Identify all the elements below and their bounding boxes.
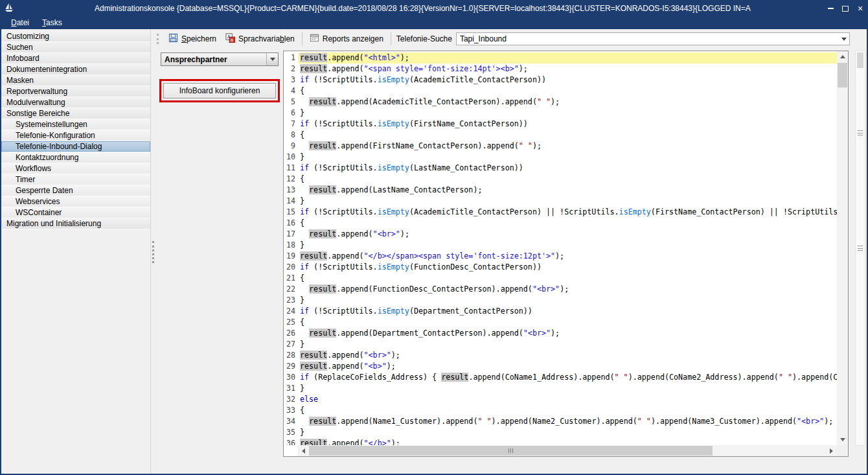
line-number: 36 bbox=[284, 438, 298, 445]
sidebar-item-systemeinstellungen[interactable]: Systemeinstellungen bbox=[1, 119, 150, 130]
sidebar: CustomizingSuchenInfoboardDokumenteninte… bbox=[1, 29, 151, 474]
sidebar-item-kontaktzuordnung[interactable]: Kontaktzuordnung bbox=[1, 152, 150, 163]
code-line-11[interactable]: if (!ScriptUtils.isEmpty(LastName_Contac… bbox=[298, 163, 837, 174]
code-line-33[interactable]: { bbox=[298, 405, 837, 416]
toolbar-separator bbox=[302, 32, 303, 45]
code-line-13[interactable]: result.append(LastName_ContactPerson); bbox=[298, 185, 837, 196]
code-line-7[interactable]: if (!ScriptUtils.isEmpty(FirstName_Conta… bbox=[298, 119, 837, 130]
vertical-scroll-thumb[interactable] bbox=[838, 63, 847, 87]
sidebar-item-timer[interactable]: Timer bbox=[1, 174, 150, 185]
code-line-23[interactable]: } bbox=[298, 295, 837, 306]
horizontal-scroll-thumb[interactable] bbox=[309, 446, 713, 456]
sidebar-item-webservices[interactable]: Webservices bbox=[1, 196, 150, 207]
code-line-31[interactable]: } bbox=[298, 383, 837, 394]
language-variables-button[interactable]: A a Sprachvariablen bbox=[221, 32, 299, 46]
code-line-17[interactable]: result.append("<br>"); bbox=[298, 229, 837, 240]
sidebar-item-telefonie-konfiguration[interactable]: Telefonie-Konfiguration bbox=[1, 130, 150, 141]
outer-scroll-thumb[interactable] bbox=[857, 52, 863, 68]
sidebar-item-telefonie-inbound-dialog[interactable]: Telefonie-Inbound-Dialog bbox=[1, 141, 150, 152]
code-line-6[interactable]: } bbox=[298, 108, 837, 119]
sidebar-item-migration-und-initialisierung[interactable]: Migration und Initialisierung bbox=[1, 218, 150, 229]
code-line-29[interactable]: result.append("<b>"); bbox=[298, 361, 837, 372]
sidebar-item-masken[interactable]: Masken bbox=[1, 75, 150, 86]
splitter-grip-icon[interactable] bbox=[858, 130, 863, 135]
code-line-2[interactable]: result.append("<span style='font-size:14… bbox=[298, 64, 837, 75]
code-line-25[interactable]: { bbox=[298, 317, 837, 328]
code-line-28[interactable]: result.append("<br>"); bbox=[298, 350, 837, 361]
code-line-22[interactable]: result.append(FunctionDesc_ContactPerson… bbox=[298, 284, 837, 295]
combobox-dropdown-button[interactable] bbox=[838, 33, 849, 45]
code-line-32[interactable]: else bbox=[298, 394, 837, 405]
contact-type-dropdown[interactable]: Ansprechpartner bbox=[161, 52, 279, 66]
code-line-18[interactable]: } bbox=[298, 240, 837, 251]
sidebar-item-sonstige-bereiche[interactable]: Sonstige Bereiche bbox=[1, 108, 150, 119]
sidebar-item-infoboard[interactable]: Infoboard bbox=[1, 53, 150, 64]
close-button[interactable]: × bbox=[856, 4, 865, 13]
line-number: 17 bbox=[284, 229, 298, 240]
line-number: 29 bbox=[284, 361, 298, 372]
sidebar-item-customizing[interactable]: Customizing bbox=[1, 31, 150, 42]
code-line-24[interactable]: if (!ScriptUtils.isEmpty(Department_Cont… bbox=[298, 306, 837, 317]
code-line-4[interactable]: { bbox=[298, 86, 837, 97]
line-number: 4 bbox=[284, 86, 298, 97]
line-number: 33 bbox=[284, 405, 298, 416]
code-line-1[interactable]: result.append("<html>"); bbox=[298, 52, 837, 64]
sidebar-item-reportverwaltung[interactable]: Reportverwaltung bbox=[1, 86, 150, 97]
outer-vertical-scrollbar[interactable] bbox=[855, 51, 865, 446]
sidebar-item-wscontainer[interactable]: WSContainer bbox=[1, 207, 150, 218]
sidebar-item-workflows[interactable]: Workflows bbox=[1, 163, 150, 174]
menu-item-datei[interactable]: Datei bbox=[5, 17, 35, 29]
code-line-16[interactable]: { bbox=[298, 218, 837, 229]
infoboard-configure-button[interactable]: InfoBoard konfigurieren bbox=[163, 83, 276, 98]
line-number: 8 bbox=[284, 130, 298, 141]
svg-text:a: a bbox=[231, 38, 233, 42]
contact-dropdown-button[interactable] bbox=[266, 53, 278, 65]
telefonie-search-combobox[interactable]: Tapi_Inbound bbox=[456, 32, 850, 45]
editor-horizontal-scrollbar[interactable] bbox=[298, 445, 837, 456]
menu-item-tasks[interactable]: Tasks bbox=[36, 17, 68, 29]
code-line-10[interactable]: } bbox=[298, 152, 837, 163]
code-line-35[interactable]: } bbox=[298, 427, 837, 438]
scroll-up-button[interactable] bbox=[837, 51, 848, 62]
code-line-3[interactable]: if (!ScriptUtils.isEmpty(AcademicTitle_C… bbox=[298, 75, 837, 86]
editor-vertical-scrollbar[interactable] bbox=[837, 51, 848, 445]
line-number: 27 bbox=[284, 339, 298, 350]
scroll-down-button[interactable] bbox=[837, 434, 848, 445]
code-line-5[interactable]: result.append(AcademicTitle_ContactPerso… bbox=[298, 97, 837, 108]
line-number: 5 bbox=[284, 97, 298, 108]
code-area[interactable]: result.append("<html>");result.append("<… bbox=[298, 51, 837, 445]
code-line-34[interactable]: result.append(Name1_Customer).append(" "… bbox=[298, 416, 837, 427]
sidebar-item-suchen[interactable]: Suchen bbox=[1, 42, 150, 53]
code-line-26[interactable]: result.append(Department_ContactPerson).… bbox=[298, 328, 837, 339]
code-line-36[interactable]: result.append("</b>"); bbox=[298, 438, 837, 445]
line-number: 35 bbox=[284, 427, 298, 438]
toolbar-grip[interactable] bbox=[157, 34, 159, 44]
scroll-right-button[interactable] bbox=[826, 445, 837, 456]
code-line-19[interactable]: result.append("</b></span><span style='f… bbox=[298, 251, 837, 262]
minimize-button[interactable] bbox=[826, 4, 835, 13]
line-number: 18 bbox=[284, 240, 298, 251]
maximize-button[interactable] bbox=[841, 4, 850, 13]
code-line-30[interactable]: if (ReplaceCoFields_Address) { result.ap… bbox=[298, 372, 837, 383]
code-line-8[interactable]: { bbox=[298, 130, 837, 141]
sidebar-item-modulverwaltung[interactable]: Modulverwaltung bbox=[1, 97, 150, 108]
titlebar: Administrationskonsole {Database=MSSQL}{… bbox=[0, 0, 868, 17]
reports-icon bbox=[310, 33, 319, 45]
splitter-grip-icon[interactable] bbox=[858, 246, 863, 251]
line-number: 7 bbox=[284, 119, 298, 130]
code-line-15[interactable]: if (!ScriptUtils.isEmpty(AcademicTitle_C… bbox=[298, 207, 837, 218]
code-line-27[interactable]: } bbox=[298, 339, 837, 350]
show-reports-button[interactable]: Reports anzeigen bbox=[305, 32, 388, 46]
chevron-down-icon bbox=[841, 38, 847, 41]
scroll-left-button[interactable] bbox=[298, 445, 309, 456]
save-button[interactable]: Speichern bbox=[164, 32, 221, 46]
toolbar: Speichern A a Sprachvariablen Reports an… bbox=[153, 30, 867, 47]
code-line-12[interactable]: { bbox=[298, 174, 837, 185]
code-line-20[interactable]: if (!ScriptUtils.isEmpty(FunctionDesc_Co… bbox=[298, 262, 837, 273]
sidebar-item-dokumentenintegration[interactable]: Dokumentenintegration bbox=[1, 64, 150, 75]
code-line-9[interactable]: result.append(FirstName_ContactPerson).a… bbox=[298, 141, 837, 152]
code-line-21[interactable]: { bbox=[298, 273, 837, 284]
code-line-14[interactable]: } bbox=[298, 196, 837, 207]
sidebar-item-gesperrte-daten[interactable]: Gesperrte Daten bbox=[1, 185, 150, 196]
sidebar-splitter-handle[interactable] bbox=[152, 241, 154, 263]
